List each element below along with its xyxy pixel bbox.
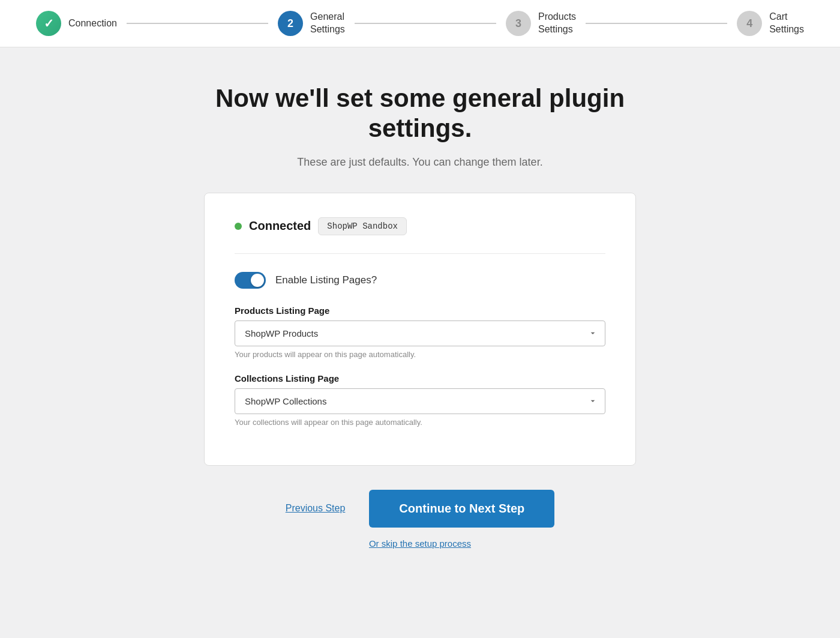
toggle-label: Enable Listing Pages? xyxy=(275,274,377,286)
step-connector-1 xyxy=(127,23,268,24)
step-connector-3 xyxy=(586,23,727,24)
connection-badge: ShopWP Sandbox xyxy=(318,217,407,235)
connected-row: Connected ShopWP Sandbox xyxy=(235,217,605,254)
skip-link-row: Or skip the setup process xyxy=(204,538,636,549)
toggle-track[interactable] xyxy=(235,272,266,289)
step-4-label: CartSettings xyxy=(769,11,804,36)
connection-status-label: Connected xyxy=(249,219,311,233)
main-content: Now we'll set some general plugin settin… xyxy=(192,47,648,573)
settings-card: Connected ShopWP Sandbox Enable Listing … xyxy=(204,193,636,466)
step-3-number: 3 xyxy=(515,17,521,30)
page-title: Now we'll set some general plugin settin… xyxy=(204,83,636,144)
step-4-number: 4 xyxy=(746,17,752,30)
enable-listing-toggle[interactable] xyxy=(235,272,266,289)
skip-setup-link[interactable]: Or skip the setup process xyxy=(369,538,471,549)
step-3-label: ProductsSettings xyxy=(538,11,576,36)
step-general-settings: 2 GeneralSettings xyxy=(278,11,345,36)
continue-button[interactable]: Continue to Next Step xyxy=(369,490,554,528)
collections-listing-hint: Your collections will appear on this pag… xyxy=(235,418,605,427)
step-2-label: GeneralSettings xyxy=(310,11,345,36)
collections-listing-field: Collections Listing Page ShopWP Collecti… xyxy=(235,373,605,427)
products-listing-field: Products Listing Page ShopWP Products Sh… xyxy=(235,305,605,359)
step-bar: ✓ Connection 2 GeneralSettings 3 Product… xyxy=(0,0,840,47)
step-connection: ✓ Connection xyxy=(36,11,117,36)
page-subtitle: These are just defaults. You can change … xyxy=(204,156,636,169)
step-4-circle: 4 xyxy=(737,11,762,36)
previous-step-button[interactable]: Previous Step xyxy=(286,503,346,514)
enable-listing-toggle-row[interactable]: Enable Listing Pages? xyxy=(235,272,605,289)
step-1-label: Connection xyxy=(68,17,117,30)
products-listing-label: Products Listing Page xyxy=(235,305,605,316)
step-2-circle: 2 xyxy=(278,11,303,36)
toggle-thumb xyxy=(251,274,264,287)
collections-listing-label: Collections Listing Page xyxy=(235,373,605,384)
products-listing-select[interactable]: ShopWP Products Shop Products xyxy=(235,321,605,346)
step-connector-2 xyxy=(355,23,496,24)
collections-listing-select[interactable]: ShopWP Collections Collections Catalog xyxy=(235,388,605,414)
step-1-circle: ✓ xyxy=(36,11,61,36)
connection-status-dot xyxy=(235,223,242,230)
footer-actions: Previous Step Continue to Next Step xyxy=(204,490,636,528)
products-listing-hint: Your products will appear on this page a… xyxy=(235,350,605,359)
checkmark-icon: ✓ xyxy=(44,16,54,31)
step-cart-settings: 4 CartSettings xyxy=(737,11,804,36)
step-3-circle: 3 xyxy=(506,11,531,36)
step-products-settings: 3 ProductsSettings xyxy=(506,11,576,36)
step-2-number: 2 xyxy=(287,17,293,30)
